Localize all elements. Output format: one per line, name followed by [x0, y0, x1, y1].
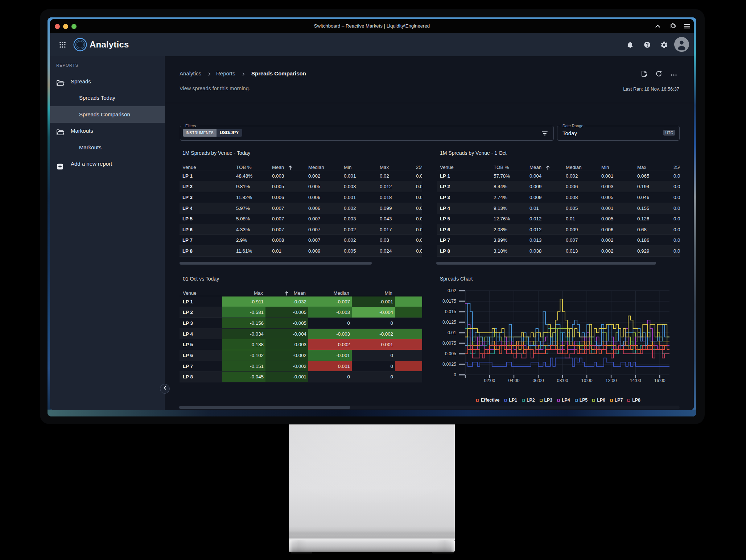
svg-text:06:00: 06:00: [533, 378, 544, 383]
svg-text:10:00: 10:00: [581, 378, 593, 383]
svg-text:02:00: 02:00: [484, 378, 495, 383]
svg-text:0.02: 0.02: [448, 288, 456, 293]
svg-text:0.015: 0.015: [445, 309, 456, 314]
svg-text:04:00: 04:00: [508, 378, 519, 383]
svg-text:0.0025: 0.0025: [442, 362, 456, 367]
svg-text:0.0075: 0.0075: [442, 341, 456, 346]
svg-text:0.005: 0.005: [445, 351, 456, 356]
svg-text:14:00: 14:00: [630, 378, 641, 383]
svg-text:0.01: 0.01: [448, 330, 456, 335]
svg-text:0.0175: 0.0175: [442, 299, 456, 304]
svg-text:0.0125: 0.0125: [442, 320, 456, 325]
svg-text:16:00: 16:00: [654, 378, 665, 383]
svg-text:0: 0: [454, 372, 456, 377]
svg-text:08:00: 08:00: [557, 378, 568, 383]
svg-text:12:00: 12:00: [606, 378, 617, 383]
